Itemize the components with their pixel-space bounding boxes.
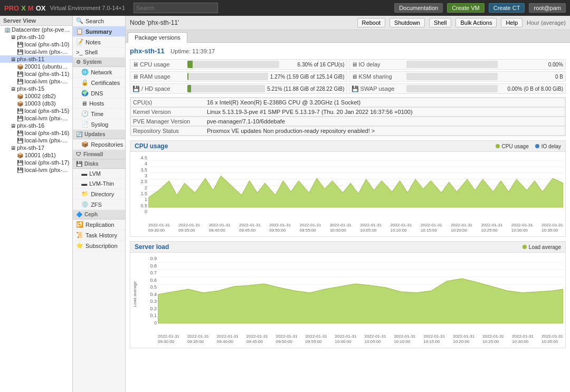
sidebar-item-local--phx-sth-15-[interactable]: 💾local (phx-sth-15) [0,107,72,114]
sidebar-item-10001--db1-[interactable]: 📦10001 (db1) [0,151,72,159]
shell-button[interactable]: Shell [429,18,451,27]
nav-item-subscription[interactable]: ⭐Subscription [73,241,125,251]
sidebar-tree: 🏢Datacenter (phx-pve-c01) 🖥phx-sth-10 💾l… [0,26,72,174]
tabs: Package versions [126,30,570,43]
logo-ox: X [21,4,26,12]
help-button[interactable]: Help [501,18,522,27]
nav-item-network[interactable]: 🌐Network [73,67,125,78]
info-row-pve-manager-version: PVE Manager Versionpve-manager/7.1-10/6d… [130,117,565,126]
nav-item-syslog[interactable]: 📄Syslog [73,119,125,130]
nav-item-search[interactable]: 🔍Search [73,16,125,26]
nav-item-ceph[interactable]: 🔷Ceph [73,210,125,219]
search-input[interactable] [134,3,218,13]
nav-item-updates[interactable]: 🔄Updates [73,130,125,139]
nav-item-time[interactable]: 🕐Time [73,109,125,119]
reboot-button[interactable]: Reboot [357,18,385,27]
io-legend-label: IO delay [542,144,561,149]
nav-item-zfs[interactable]: 💿ZFS [73,199,125,210]
logo-px: PRO [4,4,19,12]
nav-item-lvm[interactable]: ▬LVM [73,169,125,179]
load-chart-inner [158,255,563,334]
cpu-legend-label: CPU usage [502,144,529,149]
server-load-legend: Load average [522,244,561,250]
info-row-cpu-s-: CPU(s)16 x Intel(R) Xeon(R) E-2388G CPU … [130,98,565,107]
sidebar: Server View 🏢Datacenter (phx-pve-c01) 🖥p… [0,16,73,392]
sidebar-item-10002--db2-[interactable]: 📦10002 (db2) [0,92,72,100]
content-area: phx-sth-11 Uptime: 11:39:17 🖥 CPU usage6… [126,43,570,392]
nav-item-shell[interactable]: >_Shell [73,47,125,58]
svg-marker-8 [148,176,563,207]
cpu-chart-body: 4.543.532.521.510.50 [130,152,565,236]
metric-row-swap: 💾 SWAP usage0.00% (0 B of 8.00 GiB) [349,83,566,94]
io-legend-item: IO delay [535,144,561,149]
bulk-actions-button[interactable]: Bulk Actions [455,18,497,27]
nav-panel: 🔍Search📋Summary📝Notes>_Shell⚙System 🌐Net… [73,16,126,392]
logo-ox2: OX [36,4,46,12]
metric-row-ksm: 🖥 KSM sharing0 B [349,71,566,82]
summary-title: phx-sth-11 Uptime: 11:39:17 [130,47,566,55]
cpu-chart-legend: CPU usage IO delay [496,144,561,149]
sidebar-item-phx-sth-16[interactable]: 🖥phx-sth-16 [0,122,72,129]
logo: PROXMOX [4,4,45,12]
sidebar-header: Server View [0,16,72,26]
logo-px2: M [28,4,34,12]
cpu-chart-header: CPU usage CPU usage IO delay [130,141,565,152]
cpu-y-axis: 4.543.532.521.510.50 [132,154,148,223]
sidebar-item-10003--db3-[interactable]: 📦10003 (db3) [0,100,72,107]
nav-item-repositories[interactable]: 📦Repositories [73,139,125,150]
svg-marker-17 [158,279,563,323]
load-y-axis-label: Load average [132,255,145,334]
sidebar-item-phx-sth-15[interactable]: 🖥phx-sth-15 [0,85,72,92]
node-title: Node 'phx-sth-11' [130,19,179,26]
main-content: Node 'phx-sth-11' Reboot Shutdown Shell … [126,16,570,392]
nav-item-system[interactable]: ⚙System [73,58,125,67]
sidebar-item-local--phx-sth-16-[interactable]: 💾local (phx-sth-16) [0,129,72,137]
documentation-button[interactable]: Documentation [394,3,443,13]
info-container: CPU(s)16 x Intel(R) Xeon(R) E-2388G CPU … [130,97,566,136]
nav-item-notes[interactable]: 📝Notes [73,37,125,47]
cpu-chart-section: CPU usage CPU usage IO delay [130,140,566,237]
nav-item-lvm-thin[interactable]: ▬LVM-Thin [73,179,125,189]
user-button[interactable]: root@pam [529,3,566,13]
metrics-container: 🖥 CPU usage6.30% of 16 CPU(s)🖥 IO delay0… [130,59,566,94]
sidebar-item-local-lvm--phx-sth-15-[interactable]: 💾local-lvm (phx-sth-15) [0,114,72,122]
sidebar-item-local--phx-sth-17-[interactable]: 💾local (phx-sth-17) [0,159,72,166]
nav-item-directory[interactable]: 📁Directory [73,189,125,199]
metric-row-cpu: 🖥 CPU usage6.30% of 16 CPU(s) [130,59,347,70]
nav-item-hosts[interactable]: 🖥Hosts [73,99,125,109]
sidebar-item-phx-sth-10[interactable]: 🖥phx-sth-10 [0,33,72,41]
io-legend-dot [535,144,539,148]
nav-item-certificates[interactable]: 🔒Certificates [73,78,125,88]
metric-row-io: 🖥 IO delay0.00% [349,59,566,70]
nav-item-summary[interactable]: 📋Summary [73,26,125,37]
shutdown-button[interactable]: Shutdown [390,18,425,27]
search-box[interactable] [134,3,218,13]
topbar: PROXMOX Virtual Environment 7.0-14+1 Doc… [0,0,570,16]
create-ct-button[interactable]: Create CT [489,3,525,13]
sidebar-item-datacenter--phx-pve-c01-[interactable]: 🏢Datacenter (phx-pve-c01) [0,26,72,33]
server-load-chart-header: Server load Load average [130,242,565,253]
load-y-axis: 0.90.80.70.60.50.40.30.20.10 [145,255,158,334]
nav-item-disks[interactable]: 💾Disks [73,159,125,169]
sidebar-item-phx-sth-17[interactable]: 🖥phx-sth-17 [0,144,72,151]
sidebar-item-local-lvm--phx-sth-10-[interactable]: 💾local-lvm (phx-sth-10) [0,48,72,55]
sidebar-item-local-lvm--phx-sth-11-[interactable]: 💾local-lvm (phx-sth-11) [0,78,72,85]
cpu-legend-dot [496,144,500,148]
sidebar-item-20001--ubuntu01-[interactable]: 📦20001 (ubuntu01) [0,63,72,70]
sidebar-item-phx-sth-11[interactable]: 🖥phx-sth-11 [0,55,72,63]
cpu-chart-title: CPU usage [135,142,496,150]
sidebar-item-local-lvm--phx-sth-17-[interactable]: 💾local-lvm (phx-sth-17) [0,166,72,174]
metric-row-hd: 💾 / HD space5.21% (11.88 GiB of 228.22 G… [130,83,347,94]
nav-item-task-history[interactable]: 📜Task History [73,230,125,241]
create-vm-button[interactable]: Create VM [447,3,484,13]
logo-subtitle: Virtual Environment 7.0-14+1 [50,5,125,11]
nav-item-dns[interactable]: 🌍DNS [73,88,125,99]
load-legend-dot [522,245,527,249]
tab-package-versions[interactable]: Package versions [128,32,187,43]
info-row-repository-status: Repository StatusProxmox VE updates Non … [130,126,565,136]
nav-item-replication[interactable]: 🔁Replication [73,219,125,230]
sidebar-item-local--phx-sth-11-[interactable]: 💾local (phx-sth-11) [0,70,72,78]
sidebar-item-local-lvm--phx-sth-16-[interactable]: 💾local-lvm (phx-sth-16) [0,137,72,144]
nav-item-firewall[interactable]: 🛡Firewall [73,150,125,159]
sidebar-item-local--phx-sth-10-[interactable]: 💾local (phx-sth-10) [0,41,72,48]
